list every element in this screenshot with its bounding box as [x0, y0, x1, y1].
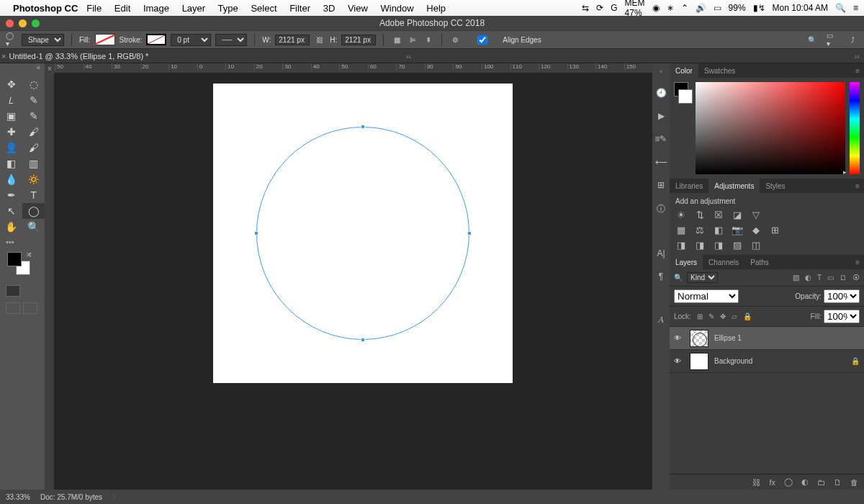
screen-mode-1[interactable] — [6, 302, 20, 314]
adjustment-layer-icon[interactable]: ◐ — [801, 477, 809, 487]
menu-image[interactable]: Image — [143, 3, 169, 14]
layer-ellipse-1[interactable]: 👁 Ellipse 1 — [670, 327, 864, 350]
handle-right[interactable] — [467, 231, 472, 235]
document-canvas[interactable] — [213, 84, 513, 383]
group-icon[interactable]: 🗀 — [817, 478, 825, 487]
filter-pixel-icon[interactable]: ▧ — [793, 274, 799, 282]
menu-type[interactable]: Type — [218, 3, 238, 14]
workspace-icon[interactable]: ▭ ▾ — [827, 34, 838, 45]
new-layer-icon[interactable]: 🗋 — [834, 478, 842, 487]
lock-artboard-icon[interactable]: ▱ — [732, 312, 737, 320]
handle-left[interactable] — [254, 231, 258, 235]
adj-exposure-icon[interactable]: ◪ — [732, 210, 743, 220]
adj-curves-icon[interactable]: ☒ — [713, 210, 724, 220]
tab-layers[interactable]: Layers — [670, 255, 703, 269]
color-field[interactable]: ▸ — [696, 82, 845, 174]
display-icon[interactable]: ▭ — [714, 3, 721, 13]
width-input[interactable] — [275, 35, 310, 45]
adj-hue-icon[interactable]: ▦ — [675, 225, 687, 235]
menu-help[interactable]: Help — [426, 3, 446, 14]
tab-paths[interactable]: Paths — [744, 255, 775, 269]
hue-slider[interactable] — [850, 82, 860, 174]
ellipse-tool[interactable]: ◯ — [22, 203, 45, 219]
adj-posterize-icon[interactable]: ◨ — [694, 240, 706, 251]
tool-mode-select[interactable]: Shape — [22, 34, 64, 46]
filter-kind-select[interactable]: Kind — [687, 272, 718, 283]
adj-levels-icon[interactable]: ⇅ — [694, 210, 706, 220]
tab-color[interactable]: Color — [670, 63, 698, 78]
history-icon[interactable]: 🕘 — [656, 88, 667, 98]
adj-photo-filter-icon[interactable]: 📷 — [732, 225, 743, 235]
pen-tool[interactable]: ✒ — [0, 187, 22, 203]
opacity-select[interactable]: 100% — [824, 289, 860, 303]
menu-filter[interactable]: Filter — [289, 3, 310, 14]
status-icon[interactable]: ⇆ — [582, 3, 589, 13]
zoom-tool[interactable]: 🔍 — [22, 219, 45, 235]
delete-layer-icon[interactable]: 🗑 — [850, 478, 858, 487]
filter-shape-icon[interactable]: ▭ — [827, 274, 834, 282]
maximize-window[interactable] — [32, 19, 40, 27]
panel-collapse-right[interactable]: ›› — [673, 52, 864, 60]
lock-image-icon[interactable]: ✎ — [708, 312, 714, 320]
marquee-tool[interactable]: ◌ — [22, 76, 45, 92]
fill-swatch[interactable] — [95, 34, 115, 45]
color-swatches[interactable]: ⤭ — [0, 249, 45, 282]
adj-threshold-icon[interactable]: ◨ — [713, 240, 724, 251]
history-brush-tool[interactable]: 🖌 — [22, 140, 45, 156]
battery-icon[interactable]: ▮↯ — [753, 3, 765, 13]
info-icon[interactable]: ⓘ — [657, 203, 665, 215]
menu-file[interactable]: File — [86, 3, 102, 14]
stroke-width-select[interactable]: 0 pt — [171, 34, 211, 46]
minimize-window[interactable] — [19, 19, 27, 27]
align-edges-checkbox[interactable]: Align Edges — [465, 35, 541, 45]
layer-name[interactable]: Ellipse 1 — [714, 334, 742, 342]
hand-tool[interactable]: ✋ — [0, 219, 22, 235]
visibility-icon[interactable]: 👁 — [674, 357, 684, 365]
logitech-icon[interactable]: G — [611, 3, 617, 13]
layer-name[interactable]: Background — [714, 357, 752, 365]
actions-icon[interactable]: ▶ — [658, 111, 665, 121]
link-wh-icon[interactable]: ⛓ — [314, 34, 325, 45]
lasso-tool[interactable]: 𝘓 — [0, 92, 22, 108]
dock-collapse[interactable]: « — [659, 68, 662, 75]
brush-settings-icon[interactable]: ⟵ — [655, 157, 667, 167]
bluetooth-icon[interactable]: ∗ — [667, 3, 674, 13]
filter-adjust-icon[interactable]: ◐ — [805, 274, 811, 282]
menu-icon[interactable]: ≡ — [853, 3, 858, 13]
layer-thumbnail[interactable] — [690, 353, 708, 370]
shape-tool-icon[interactable]: ◯ ▾ — [6, 34, 17, 45]
lock-position-icon[interactable]: ✥ — [720, 312, 726, 320]
menu-select[interactable]: Select — [251, 3, 276, 14]
blend-mode-select[interactable]: Normal — [674, 289, 739, 303]
ruler-corner[interactable]: × — [45, 63, 55, 73]
lock-icon[interactable]: 🔒 — [851, 357, 860, 365]
character-icon[interactable]: A| — [657, 248, 665, 258]
filter-kind-icon[interactable]: 🔍 — [674, 274, 683, 282]
adj-brightness-icon[interactable]: ☀ — [675, 210, 687, 220]
type-tool[interactable]: T — [22, 187, 45, 203]
fx-icon[interactable]: fx — [769, 478, 775, 487]
ruler-horizontal[interactable]: 5040302010010203040506070809010011012013… — [55, 63, 652, 73]
ruler-vertical[interactable] — [45, 73, 55, 490]
adj-channel-mixer-icon[interactable]: ◆ — [750, 225, 762, 235]
color-bg-swatch[interactable] — [678, 89, 693, 104]
edit-toolbar[interactable]: ••• — [0, 235, 45, 249]
quick-select-tool[interactable]: ✎ — [22, 92, 45, 108]
document-tab[interactable]: Untitled-1 @ 33.3% (Ellipse 1, RGB/8) * — [9, 52, 148, 60]
filter-smart-icon[interactable]: 🗋 — [840, 274, 847, 282]
color-expand-icon[interactable]: ▸ — [843, 168, 847, 176]
close-window[interactable] — [6, 19, 14, 27]
height-input[interactable] — [341, 35, 376, 45]
clock[interactable]: Mon 10:04 AM — [773, 3, 828, 13]
tab-adjustments[interactable]: Adjustments — [708, 179, 760, 193]
link-layers-icon[interactable]: ⛓ — [752, 478, 760, 487]
adj-selective-icon[interactable]: ◫ — [750, 240, 762, 251]
path-select-tool[interactable]: ↖ — [0, 203, 22, 219]
eye-icon[interactable]: ◉ — [652, 3, 660, 13]
crop-tool[interactable]: ▣ — [0, 108, 22, 124]
path-arrange-icon[interactable]: ⇞ — [423, 34, 434, 45]
mask-icon[interactable]: ◯ — [784, 477, 793, 487]
clone-source-icon[interactable]: ⊞ — [657, 180, 665, 190]
status-menu-icon[interactable]: 〉 — [112, 492, 120, 502]
tools-collapse[interactable]: « — [0, 63, 45, 76]
